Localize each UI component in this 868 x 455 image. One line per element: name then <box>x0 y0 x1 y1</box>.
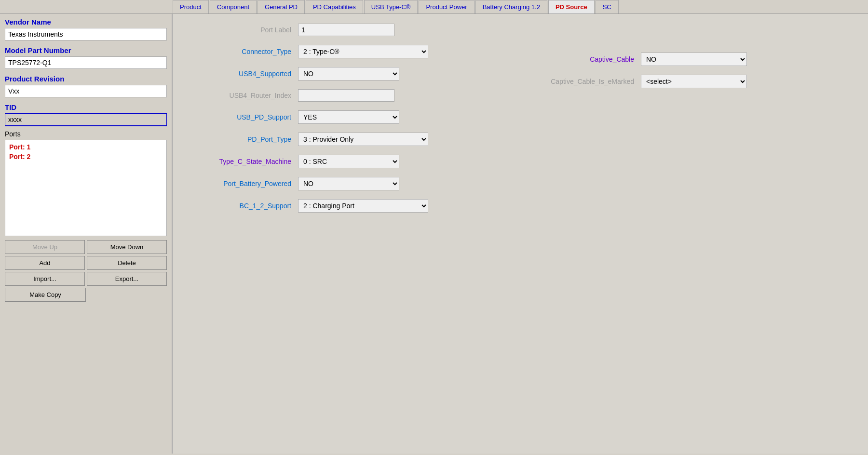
tid-input[interactable] <box>5 113 167 126</box>
model-part-heading: Model Part Number <box>5 46 167 54</box>
usb4-supported-label: USB4_Supported <box>192 70 298 78</box>
model-part-input[interactable] <box>5 56 167 69</box>
move-down-button[interactable]: Move Down <box>87 240 167 254</box>
usb4-router-index-label: USB4_Router_Index <box>192 92 298 99</box>
form-right: Captive_Cable NO YES Captive_Cable_Is_eM… <box>535 24 849 221</box>
pd-port-type-select[interactable]: 3 : Provider Only 1 : Consumer Only 2 : … <box>298 133 428 146</box>
tab-pd-source[interactable]: PD Source <box>548 0 595 13</box>
bc-1-2-support-select[interactable]: 2 : Charging Port 0 : None 1 : DCP <box>298 199 428 213</box>
usb-pd-support-label: USB_PD_Support <box>192 113 298 121</box>
tab-product-power[interactable]: Product Power <box>419 0 474 13</box>
port-label-input[interactable] <box>298 24 394 36</box>
tab-battery-charging[interactable]: Battery Charging 1.2 <box>475 0 547 13</box>
connector-type-select[interactable]: 2 : Type-C® <box>298 45 428 58</box>
captive-cable-emarked-select[interactable]: <select> YES NO <box>641 75 747 88</box>
captive-cable-label: Captive_Cable <box>535 55 641 63</box>
tab-usb-type-c[interactable]: USB Type-C® <box>364 0 418 13</box>
captive-cable-select[interactable]: NO YES <box>641 53 747 66</box>
captive-cable-emarked-label: Captive_Cable_Is_eMarked <box>535 78 641 85</box>
vendor-name-input[interactable] <box>5 28 167 40</box>
sidebar: Vendor Name Model Part Number Product Re… <box>0 14 173 454</box>
tab-component[interactable]: Component <box>210 0 257 13</box>
product-revision-heading: Product Revision <box>5 75 167 83</box>
usb4-router-index-input[interactable] <box>298 89 394 102</box>
ports-list: Port: 1 Port: 2 <box>5 140 167 236</box>
delete-button[interactable]: Delete <box>87 256 167 270</box>
type-c-state-machine-select[interactable]: 0 : SRC 1 : SNK 2 : DRP <box>298 155 399 168</box>
pd-port-type-label: PD_Port_Type <box>192 135 298 143</box>
product-revision-input[interactable] <box>5 85 167 97</box>
tab-general-pd[interactable]: General PD <box>258 0 305 13</box>
port-battery-powered-select[interactable]: NO YES <box>298 177 399 190</box>
port-battery-powered-label: Port_Battery_Powered <box>192 180 298 187</box>
connector-type-label: Connector_Type <box>192 48 298 55</box>
tab-sc[interactable]: SC <box>596 0 619 13</box>
tid-heading: TID <box>5 103 167 111</box>
tab-product[interactable]: Product <box>173 0 209 13</box>
ports-label: Ports <box>5 130 167 138</box>
content-area: Port Label Connector_Type 2 : Type-C® US… <box>173 14 868 454</box>
bc-1-2-support-label: BC_1_2_Support <box>192 202 298 210</box>
add-button[interactable]: Add <box>5 256 85 270</box>
form-left: Port Label Connector_Type 2 : Type-C® US… <box>192 24 506 221</box>
tab-pd-capabilities[interactable]: PD Capabilities <box>306 0 363 13</box>
port-1-item[interactable]: Port: 1 <box>7 142 164 152</box>
make-copy-button[interactable]: Make Copy <box>5 288 86 302</box>
vendor-name-heading: Vendor Name <box>5 18 167 26</box>
import-button[interactable]: Import... <box>5 272 85 286</box>
move-up-button[interactable]: Move Up <box>5 240 85 254</box>
port-2-item[interactable]: Port: 2 <box>7 152 164 161</box>
usb-pd-support-select[interactable]: YES NO <box>298 110 399 124</box>
port-label-label: Port Label <box>192 26 298 34</box>
usb4-supported-select[interactable]: NO YES <box>298 67 399 80</box>
type-c-state-machine-label: Type_C_State_Machine <box>192 158 298 165</box>
export-button[interactable]: Export... <box>87 272 167 286</box>
